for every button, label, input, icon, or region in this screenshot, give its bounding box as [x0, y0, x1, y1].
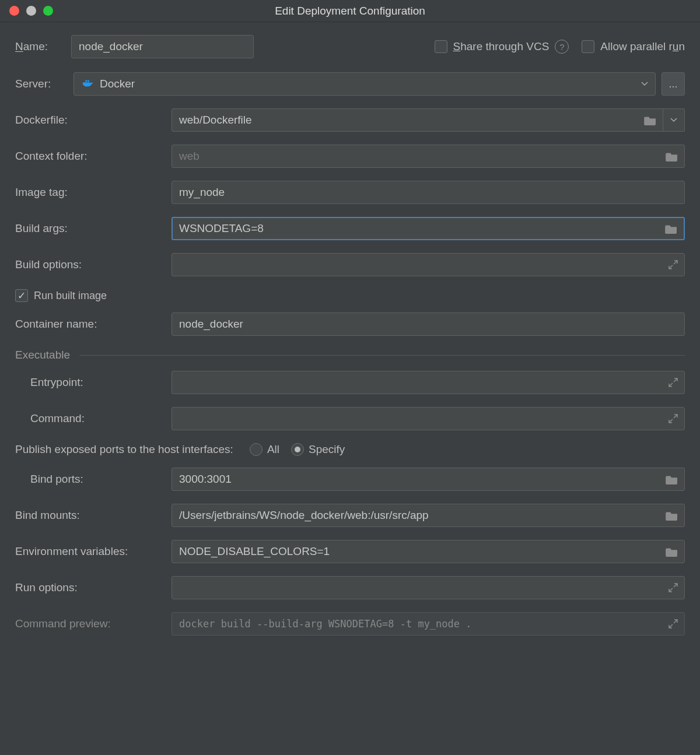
build-options-label: Build options: [15, 258, 172, 271]
context-folder-input[interactable]: web [172, 145, 685, 168]
share-through-vcs-checkbox[interactable]: Share through VCS ? [435, 40, 569, 54]
executable-legend: Executable [15, 349, 685, 361]
folder-icon[interactable] [644, 115, 657, 125]
folder-icon[interactable] [666, 510, 678, 521]
minimize-window-button[interactable] [26, 6, 36, 16]
expand-icon[interactable] [668, 377, 678, 388]
env-variables-label: Environment variables: [15, 545, 172, 558]
folder-icon[interactable] [666, 151, 678, 161]
run-options-label: Run options: [15, 581, 172, 594]
bind-mounts-input[interactable]: /Users/jetbrains/WS/node_docker/web:/usr… [172, 504, 685, 527]
expand-icon[interactable] [668, 259, 678, 270]
window-controls [0, 6, 53, 16]
folder-icon[interactable] [665, 223, 678, 234]
dockerfile-label: Dockerfile: [15, 114, 172, 127]
image-tag-input[interactable]: my_node [172, 181, 685, 204]
server-select[interactable]: Docker [74, 72, 656, 96]
expand-icon[interactable] [668, 413, 678, 424]
ports-all-radio[interactable]: All [250, 443, 279, 456]
image-tag-label: Image tag: [15, 186, 172, 199]
container-name-input[interactable]: node_docker [172, 312, 685, 336]
publish-ports-label: Publish exposed ports to the host interf… [15, 443, 233, 456]
bind-ports-label: Bind ports: [15, 473, 172, 486]
server-value: Docker [100, 78, 135, 90]
name-input[interactable]: node_docker [71, 35, 254, 58]
command-input[interactable] [172, 407, 685, 430]
entrypoint-input[interactable] [172, 371, 685, 394]
command-label: Command: [15, 412, 172, 425]
name-label: Name: [15, 40, 71, 53]
help-icon[interactable]: ? [555, 40, 569, 54]
command-preview-label: Command preview: [15, 617, 172, 630]
allow-parallel-run-checkbox[interactable]: Allow parallel run [582, 40, 685, 53]
build-args-label: Build args: [15, 222, 172, 235]
window-title: Edit Deployment Configuration [0, 5, 700, 17]
entrypoint-label: Entrypoint: [15, 376, 172, 389]
expand-icon[interactable] [668, 619, 678, 629]
titlebar: Edit Deployment Configuration [0, 0, 700, 22]
build-args-input[interactable]: WSNODETAG=8 [172, 217, 685, 240]
close-window-button[interactable] [9, 6, 19, 16]
maximize-window-button[interactable] [43, 6, 53, 16]
docker-icon [81, 76, 94, 92]
env-variables-input[interactable]: NODE_DISABLE_COLORS=1 [172, 540, 685, 563]
bind-ports-input[interactable]: 3000:3001 [172, 468, 685, 491]
container-name-label: Container name: [15, 318, 172, 331]
ports-specify-radio[interactable]: Specify [291, 443, 345, 456]
folder-icon[interactable] [666, 546, 678, 557]
run-built-image-checkbox[interactable] [15, 289, 28, 302]
bind-mounts-label: Bind mounts: [15, 509, 172, 522]
chevron-down-icon [641, 78, 648, 90]
folder-icon[interactable] [666, 474, 678, 484]
server-label: Server: [15, 78, 74, 90]
expand-icon[interactable] [668, 582, 678, 593]
command-preview-display: docker build --build-arg WSNODETAG=8 -t … [172, 612, 685, 635]
context-folder-label: Context folder: [15, 150, 172, 163]
dockerfile-input[interactable]: web/Dockerfile [172, 108, 663, 132]
run-built-image-label: Run built image [34, 290, 107, 302]
dockerfile-dropdown-button[interactable] [663, 108, 685, 132]
server-browse-button[interactable]: ... [662, 72, 685, 96]
run-options-input[interactable] [172, 576, 685, 599]
build-options-input[interactable] [172, 253, 685, 276]
